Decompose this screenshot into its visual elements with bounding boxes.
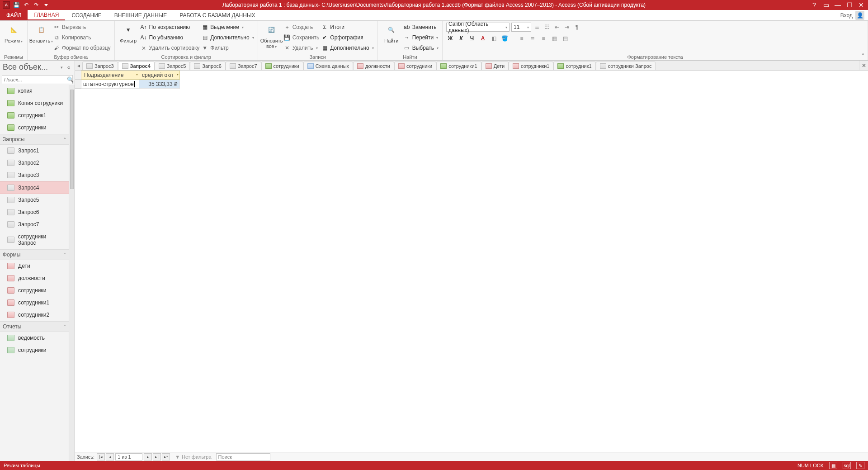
tab-create[interactable]: СОЗДАНИЕ (65, 10, 108, 20)
totals-button[interactable]: ΣИтоги (321, 23, 373, 32)
bullets-icon[interactable]: ≣ (533, 23, 541, 31)
doc-tab[interactable]: сотрудники1 (436, 62, 481, 70)
spelling-button[interactable]: ✔Орфография (321, 33, 373, 42)
nav-item-query-selected[interactable]: Запрос4 (0, 181, 69, 194)
nav-header[interactable]: Все объек... ▾ « (0, 61, 75, 74)
numbering-icon[interactable]: ☷ (543, 23, 551, 31)
nav-item-query[interactable]: Запрос3 (0, 169, 69, 181)
undo-icon[interactable]: ↶ (23, 1, 30, 9)
nav-collapse-icon[interactable]: « (66, 64, 72, 71)
new-record-nav-button[interactable]: ▸* (162, 453, 170, 461)
cell-editing[interactable]: штатно-структурное (81, 80, 139, 89)
font-color-icon[interactable]: A (479, 34, 487, 43)
gridlines-icon[interactable]: ▦ (550, 34, 558, 43)
tabs-scroll-left-icon[interactable]: ◂ (75, 61, 82, 70)
nav-item-table[interactable]: сотрудники (0, 122, 69, 134)
doc-tab[interactable]: Запрос5 (155, 62, 190, 70)
scrollbar-thumb[interactable] (70, 90, 74, 189)
nav-item-query[interactable]: Запрос7 (0, 218, 69, 231)
find-button[interactable]: 🔍 Найти (382, 23, 401, 43)
nav-item-form[interactable]: должности (0, 272, 69, 285)
prev-record-button[interactable]: ◂ (106, 453, 114, 461)
ribbon-options-icon[interactable]: ▭ (822, 1, 830, 9)
save-icon[interactable]: 💾 (13, 1, 20, 9)
sort-desc-button[interactable]: A↓По убыванию (140, 33, 200, 42)
close-tab-icon[interactable]: ✕ (859, 61, 868, 70)
select-all-corner[interactable] (75, 71, 81, 80)
nav-item-query[interactable]: сотрудники Запрос (0, 231, 69, 249)
collapse-ribbon-icon[interactable]: ˄ (860, 53, 866, 59)
help-icon[interactable]: ? (810, 1, 818, 9)
paste-button[interactable]: 📋 Вставить (31, 23, 51, 44)
tab-external-data[interactable]: ВНЕШНИЕ ДАННЫЕ (108, 10, 173, 20)
advanced-filter-button[interactable]: ▤Дополнительно (201, 33, 254, 42)
nav-item-form[interactable]: сотрудники (0, 285, 69, 297)
cell[interactable]: 35 333,33 ₽ (139, 80, 180, 89)
nav-item-form[interactable]: сотрудники1 (0, 297, 69, 309)
view-button[interactable]: 📐 Режим (4, 23, 24, 44)
nav-item-report[interactable]: ведомость (0, 332, 69, 344)
nav-category-reports[interactable]: Отчеты˄ (0, 321, 69, 332)
new-record-button[interactable]: ＋Создать (283, 23, 320, 32)
view-design-icon[interactable]: ✎ (856, 462, 864, 469)
nav-item-form[interactable]: Дети (0, 260, 69, 272)
tab-database-tools[interactable]: РАБОТА С БАЗАМИ ДАННЫХ (173, 10, 261, 20)
nav-category-forms[interactable]: Формы˄ (0, 249, 69, 260)
doc-tab[interactable]: Запрос3 (82, 62, 118, 70)
nav-item-query[interactable]: Запрос5 (0, 194, 69, 206)
doc-tab[interactable]: сотрудники Запрос (596, 62, 656, 70)
bold-button[interactable]: Ж (446, 34, 454, 43)
nav-item-query[interactable]: Запрос1 (0, 145, 69, 157)
doc-tab[interactable]: Дети (481, 62, 509, 70)
remove-sort-button[interactable]: ⨯Удалить сортировку (140, 43, 200, 52)
nav-item-query[interactable]: Запрос2 (0, 157, 69, 169)
fill-color-icon[interactable]: 🪣 (500, 34, 509, 43)
first-record-button[interactable]: |◂ (97, 453, 105, 461)
goto-button[interactable]: →Перейти (403, 33, 439, 42)
column-header[interactable]: Подразделение▾ (81, 71, 139, 80)
redo-icon[interactable]: ↷ (33, 1, 40, 9)
nav-search-input[interactable] (4, 77, 67, 82)
align-left-icon[interactable]: ≡ (518, 34, 526, 43)
sign-in[interactable]: Вход 👤 (840, 10, 868, 20)
nav-search[interactable]: 🔍 (2, 75, 73, 84)
next-record-button[interactable]: ▸ (144, 453, 152, 461)
text-direction-icon[interactable]: ¶ (573, 23, 581, 31)
align-right-icon[interactable]: ≡ (539, 34, 547, 43)
column-dropdown-icon[interactable]: ▾ (177, 72, 179, 76)
sort-asc-button[interactable]: A↑По возрастанию (140, 23, 200, 32)
refresh-all-button[interactable]: 🔄 Обновить все (262, 23, 282, 49)
align-center-icon[interactable]: ≣ (528, 34, 537, 43)
doc-tab[interactable]: сотрудники1 (509, 62, 553, 70)
tab-file[interactable]: ФАЙЛ (0, 10, 28, 20)
font-name-combo[interactable]: Calibri (Область данных) (446, 23, 509, 32)
column-dropdown-icon[interactable]: ▾ (136, 72, 138, 76)
copy-button[interactable]: ⧉Копировать (53, 33, 111, 42)
format-painter-button[interactable]: 🖌Формат по образцу (53, 43, 111, 52)
doc-tab[interactable]: Запрос6 (190, 62, 226, 70)
close-icon[interactable]: ✕ (857, 1, 865, 9)
select-button[interactable]: ▭Выбрать (403, 43, 439, 52)
nav-item-report[interactable]: сотрудники (0, 344, 69, 356)
view-datasheet-icon[interactable]: ▦ (829, 462, 837, 469)
qat-customize-icon[interactable] (42, 1, 50, 9)
record-position-box[interactable]: 1 из 1 (115, 453, 142, 461)
nav-scrollbar[interactable] (69, 85, 75, 461)
tab-home[interactable]: ГЛАВНАЯ (28, 10, 65, 20)
view-sql-icon[interactable]: sql (843, 462, 851, 469)
doc-tab[interactable]: сотрудник1 (553, 62, 595, 70)
doc-tab[interactable]: должности (353, 62, 394, 70)
underline-button[interactable]: Ч (468, 34, 476, 43)
replace-button[interactable]: abЗаменить (403, 23, 439, 32)
nav-item-table[interactable]: Копия сотрудники (0, 97, 69, 109)
alt-row-color-icon[interactable]: ▤ (561, 34, 569, 43)
doc-tab[interactable]: сотрудники (394, 62, 436, 70)
decrease-indent-icon[interactable]: ⇤ (553, 23, 561, 31)
column-header[interactable]: средний окл▾ (139, 71, 180, 80)
nav-title-dropdown-icon[interactable]: ▾ (61, 65, 63, 70)
nav-item-table[interactable]: сотрудник1 (0, 109, 69, 122)
nav-item-form[interactable]: сотрудники2 (0, 309, 69, 321)
selection-filter-button[interactable]: ▦Выделение (201, 23, 254, 32)
font-size-combo[interactable]: 11 (511, 23, 531, 32)
doc-tab[interactable]: сотрудники (261, 62, 303, 70)
